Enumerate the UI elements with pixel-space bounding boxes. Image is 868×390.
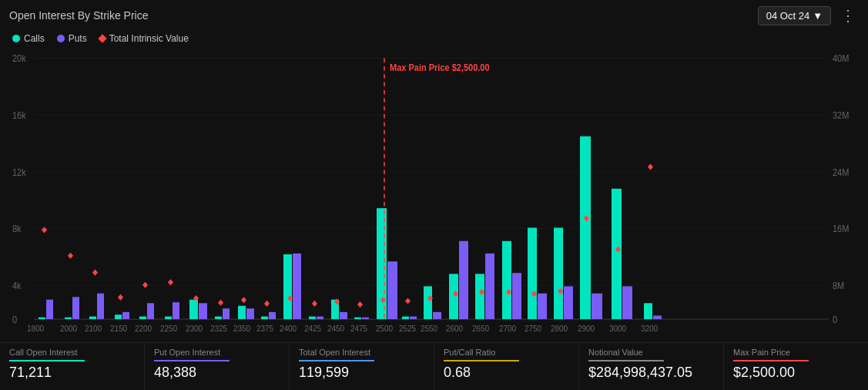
svg-text:24M: 24M	[833, 166, 849, 178]
svg-rect-86	[580, 136, 591, 319]
svg-rect-33	[165, 317, 172, 319]
svg-text:2550: 2550	[421, 324, 437, 334]
svg-text:0: 0	[12, 314, 17, 325]
svg-rect-22	[72, 297, 79, 319]
stats-bar: Call Open Interest 71,211 Put Open Inter…	[0, 342, 868, 390]
stat-value: 0.68	[444, 365, 569, 381]
stat-item: Put Open Interest 48,388	[145, 343, 290, 390]
svg-text:1800: 1800	[27, 324, 44, 334]
svg-text:2500: 2500	[376, 324, 393, 334]
svg-rect-92	[644, 303, 652, 319]
svg-text:8k: 8k	[12, 223, 22, 234]
stat-underline	[154, 360, 230, 361]
svg-text:4k: 4k	[12, 280, 22, 291]
svg-text:2475: 2475	[350, 324, 367, 334]
svg-rect-58	[362, 318, 369, 319]
svg-rect-87	[592, 294, 602, 319]
date-selector[interactable]: 04 Oct 24 ▼	[758, 6, 831, 25]
svg-rect-66	[410, 317, 417, 319]
stat-underline	[733, 360, 809, 361]
header: Open Interest By Strike Price 04 Oct 24 …	[0, 0, 868, 31]
svg-rect-48	[283, 254, 292, 319]
svg-rect-69	[433, 312, 441, 319]
legend: Calls Puts Total Intrinsic Value	[0, 31, 868, 49]
stat-item: Put/Call Ratio 0.68	[434, 343, 579, 390]
svg-text:16M: 16M	[833, 223, 849, 234]
puts-dot	[57, 35, 65, 42]
svg-rect-81	[538, 294, 547, 319]
svg-rect-80	[528, 227, 537, 319]
svg-text:2150: 2150	[110, 324, 127, 334]
svg-rect-41	[218, 300, 223, 306]
svg-rect-46	[269, 312, 276, 319]
svg-rect-35	[168, 279, 173, 285]
svg-rect-83	[554, 227, 563, 319]
svg-rect-24	[89, 317, 96, 319]
svg-rect-60	[377, 208, 387, 319]
svg-rect-57	[354, 318, 361, 319]
svg-text:2350: 2350	[233, 324, 250, 334]
intrinsic-dot	[98, 34, 106, 42]
legend-puts: Puts	[57, 33, 87, 44]
svg-rect-72	[459, 241, 468, 319]
svg-text:Max Pain Price $2,500.00: Max Pain Price $2,500.00	[390, 62, 490, 73]
svg-rect-28	[122, 312, 129, 319]
svg-rect-23	[68, 253, 73, 259]
stat-item: Max Pain Price $2,500.00	[724, 343, 868, 390]
svg-rect-53	[312, 301, 317, 307]
svg-rect-45	[261, 317, 268, 319]
calls-dot	[12, 35, 20, 42]
header-controls: 04 Oct 24 ▼ ⋮	[758, 6, 859, 25]
svg-rect-65	[402, 317, 409, 319]
chevron-down-icon: ▼	[813, 10, 823, 22]
svg-rect-90	[622, 286, 632, 319]
svg-text:2650: 2650	[472, 324, 489, 334]
svg-rect-52	[317, 317, 323, 319]
svg-text:16k: 16k	[12, 109, 26, 121]
svg-rect-68	[424, 286, 432, 319]
svg-rect-25	[97, 294, 104, 319]
svg-text:2750: 2750	[524, 324, 541, 334]
svg-text:2100: 2100	[85, 324, 102, 334]
svg-rect-18	[39, 318, 45, 319]
stat-underline	[588, 360, 664, 361]
stat-item: Notional Value $284,998,437.05	[579, 343, 724, 390]
svg-rect-51	[309, 317, 316, 319]
svg-text:20k: 20k	[12, 52, 26, 64]
svg-text:2900: 2900	[578, 324, 595, 334]
svg-rect-36	[189, 300, 198, 319]
chart-area: 20k 16k 12k 8k 4k 0 40M 32M 24M 16M 8M 0	[0, 49, 868, 342]
svg-rect-27	[115, 314, 122, 319]
stat-label: Put Open Interest	[154, 348, 280, 357]
svg-text:2200: 2200	[135, 324, 152, 334]
stat-value: 48,388	[154, 365, 280, 381]
svg-rect-42	[238, 306, 246, 319]
svg-rect-55	[340, 312, 347, 319]
svg-text:2325: 2325	[210, 324, 227, 334]
stat-label: Call Open Interest	[9, 348, 135, 357]
app-container: Open Interest By Strike Price 04 Oct 24 …	[0, 0, 868, 390]
stat-value: $2,500.00	[733, 365, 859, 381]
more-options-button[interactable]: ⋮	[837, 6, 859, 25]
stat-label: Notional Value	[588, 348, 714, 357]
svg-text:2700: 2700	[499, 324, 516, 334]
legend-calls: Calls	[12, 33, 45, 44]
svg-rect-59	[357, 301, 363, 308]
stat-label: Total Open Interest	[299, 348, 424, 357]
stat-item: Call Open Interest 71,211	[0, 343, 145, 390]
svg-text:12k: 12k	[12, 166, 26, 178]
svg-rect-39	[215, 317, 222, 319]
svg-rect-26	[92, 270, 98, 276]
svg-rect-40	[223, 308, 230, 319]
svg-rect-74	[475, 274, 484, 319]
svg-text:2525: 2525	[399, 324, 416, 334]
svg-rect-20	[42, 227, 47, 233]
svg-rect-30	[139, 317, 146, 319]
svg-rect-29	[118, 294, 123, 301]
svg-text:40M: 40M	[833, 52, 849, 64]
svg-rect-77	[502, 241, 511, 319]
legend-intrinsic: Total Intrinsic Value	[99, 33, 189, 44]
svg-rect-94	[648, 164, 653, 170]
svg-text:2600: 2600	[446, 324, 463, 334]
svg-rect-71	[449, 274, 458, 319]
